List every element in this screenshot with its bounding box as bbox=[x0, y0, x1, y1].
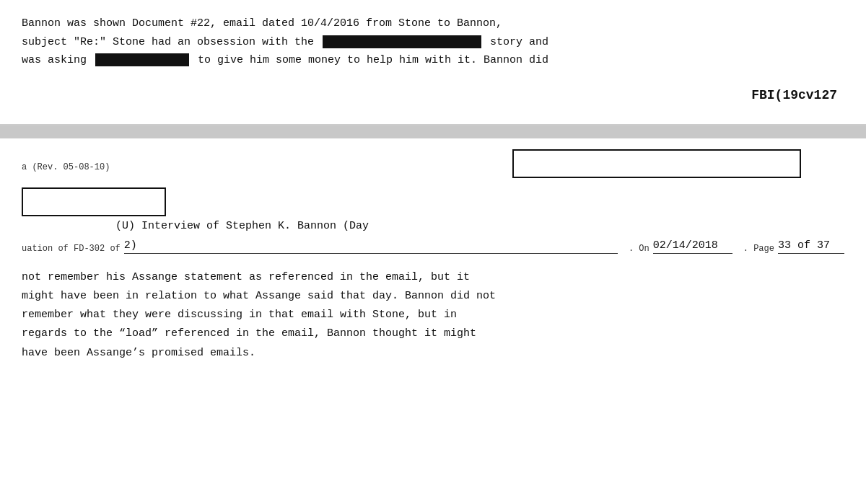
left-redacted-box bbox=[22, 187, 166, 216]
body-line5: have been Assange’s promised emails. bbox=[22, 344, 815, 363]
line3-part1: was asking bbox=[22, 54, 87, 66]
line3-part2: to give him some money to help him with … bbox=[198, 54, 548, 66]
line2-part2: story and bbox=[490, 36, 548, 48]
page-value: 33 of 37 bbox=[778, 239, 844, 254]
fd302-line: uation of FD-302 of 2) . On 02/14/2018 .… bbox=[22, 236, 844, 254]
fd302-label: uation of FD-302 of bbox=[22, 244, 121, 254]
body-line4: regards to the “load” referenced in the … bbox=[22, 324, 815, 343]
body-line1: not remember his Assange statement as re… bbox=[22, 268, 815, 287]
page-container: Bannon was shown Document #22, email dat… bbox=[0, 0, 866, 504]
header-top-row: a (Rev. 05-08-10) bbox=[22, 149, 844, 178]
interview-title: (U) Interview of Stephen K. Bannon (Day bbox=[115, 220, 844, 232]
fbi-stamp: FBI(19cv127 bbox=[22, 88, 844, 102]
line1-text: Bannon was shown Document #22, email dat… bbox=[22, 17, 502, 30]
form-id-label: a (Rev. 05-08-10) bbox=[22, 162, 110, 172]
line2-part1: subject "Re:" Stone had an obsession wit… bbox=[22, 36, 314, 48]
page-label: . Page bbox=[743, 244, 774, 254]
form-header: a (Rev. 05-08-10) (U) Interview of Steph… bbox=[22, 149, 844, 232]
body-text-block: not remember his Assange statement as re… bbox=[22, 268, 815, 363]
body-line2: might have been in relation to what Assa… bbox=[22, 287, 815, 306]
on-label: . On bbox=[629, 244, 650, 254]
bottom-document-section: a (Rev. 05-08-10) (U) Interview of Steph… bbox=[0, 138, 866, 505]
body-line3: remember what they were discussing in th… bbox=[22, 306, 815, 324]
date-value: 02/14/2018 bbox=[653, 239, 732, 254]
top-redacted-box bbox=[512, 149, 801, 178]
top-document-section: Bannon was shown Document #22, email dat… bbox=[0, 0, 866, 125]
gray-divider bbox=[0, 125, 866, 138]
redacted-story-box bbox=[323, 35, 481, 48]
top-text-block: Bannon was shown Document #22, email dat… bbox=[22, 14, 844, 70]
redacted-asking-box bbox=[95, 53, 189, 66]
fd302-content: 2) bbox=[124, 239, 618, 254]
